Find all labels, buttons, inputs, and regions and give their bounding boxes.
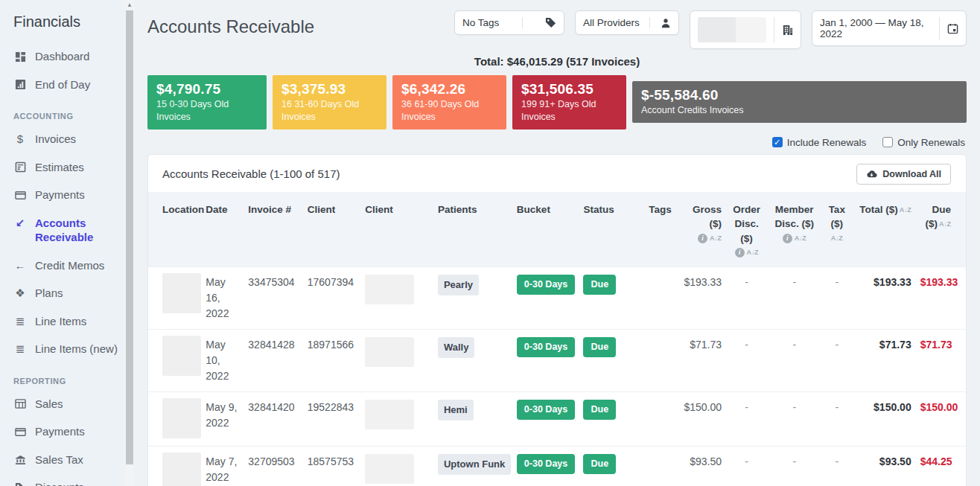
aging-card-91-plus[interactable]: $31,506.35 199 91+ Days Old Invoices — [512, 75, 626, 130]
order-disc-cell: - — [726, 447, 767, 486]
order-disc-cell: - — [726, 267, 767, 330]
sort-az-icon[interactable]: A↓Z — [710, 234, 722, 243]
checkbox-unchecked-icon[interactable] — [882, 137, 893, 147]
patient-pill[interactable]: Uptown Funk — [438, 454, 511, 475]
sidebar-item-label: Dashboard — [35, 49, 89, 64]
scrollbar-thumb[interactable] — [126, 10, 133, 464]
patient-pill[interactable]: Pearly — [438, 275, 479, 295]
aging-summary-cards: $4,790.75 15 0-30 Days Old Invoices $3,3… — [147, 75, 967, 130]
status-badge: Due — [583, 337, 616, 357]
download-all-label: Download All — [882, 169, 941, 179]
table-row[interactable]: May 7, 2022 32709503 18575753 Uptown Fun… — [148, 447, 966, 486]
col-client-name[interactable]: Client — [360, 192, 433, 267]
sort-az-icon[interactable]: A↓Z — [939, 220, 951, 229]
invoice-cell[interactable]: 32841428 — [244, 330, 302, 392]
patient-pill[interactable]: Hemi — [438, 400, 474, 421]
sidebar-item-sales-tax[interactable]: Sales Tax — [12, 446, 125, 474]
include-renewals-checkbox[interactable]: ✓ Include Renewals — [772, 137, 867, 148]
sidebar-item-accounts-receivable[interactable]: ↙ Accounts Receivable — [12, 209, 125, 252]
col-tags[interactable]: Tags — [643, 192, 676, 267]
aging-card-31-60[interactable]: $3,375.93 16 31-60 Days Old Invoices — [273, 75, 386, 130]
sidebar-item-dashboard[interactable]: Dashboard — [12, 42, 125, 71]
scrollbar-up-arrow-icon[interactable]: ▲ — [125, 1, 134, 8]
col-location[interactable]: Location — [148, 192, 201, 267]
info-icon[interactable]: i — [783, 234, 792, 243]
col-date[interactable]: Date — [201, 192, 244, 267]
col-due[interactable]: Due ($)A↓Z — [916, 192, 966, 267]
col-patients[interactable]: Patients — [433, 192, 512, 267]
col-order-disc[interactable]: Order Disc. ($) iA↓Z — [726, 192, 767, 267]
invoice-cell[interactable]: 32709503 — [244, 447, 302, 486]
col-client-id[interactable]: Client — [303, 192, 360, 267]
col-invoice[interactable]: Invoice # — [244, 192, 302, 267]
list-icon: ≣ — [13, 342, 27, 356]
redacted-location-cell — [162, 336, 201, 376]
aging-card-credits[interactable]: $-55,584.60 Account Credits Invoices — [632, 81, 967, 123]
sidebar-item-line-items-new[interactable]: ≣ Line Items (new) — [12, 335, 125, 363]
table-row[interactable]: May 9, 2022 32841420 19522843 Hemi 0-30 … — [148, 392, 966, 447]
only-renewals-checkbox[interactable]: Only Renewals — [882, 137, 965, 148]
date-range-filter[interactable]: Jan 1, 2000 — May 18, 2022 — [812, 10, 967, 46]
info-icon[interactable]: i — [735, 248, 745, 258]
total-summary: Total: $46,015.29 (517 Invoices) — [147, 55, 967, 68]
sort-az-icon[interactable]: A↓Z — [795, 234, 806, 243]
sidebar-item-end-of-day[interactable]: End of Day — [12, 71, 125, 99]
card-label: 36 61-90 Days Old Invoices — [401, 98, 497, 124]
sidebar-section-reporting: REPORTING — [13, 377, 125, 386]
client-id-cell[interactable]: 19522843 — [303, 392, 360, 447]
patient-pill[interactable]: Wally — [438, 337, 474, 358]
sidebar-item-discounts[interactable]: Discounts — [12, 473, 125, 486]
tag-icon — [13, 481, 27, 486]
sidebar-item-payments[interactable]: Payments — [12, 181, 125, 209]
redacted-location-cell — [162, 453, 201, 486]
location-filter[interactable] — [690, 10, 801, 49]
sidebar-item-sales[interactable]: Sales — [12, 390, 125, 418]
col-tax[interactable]: Tax ($) A↓Z — [821, 192, 852, 267]
sidebar-item-payments-report[interactable]: Payments — [12, 418, 125, 446]
invoice-cell[interactable]: 32841420 — [244, 392, 302, 447]
col-bucket[interactable]: Bucket — [512, 192, 579, 267]
table-row[interactable]: May 10, 2022 32841428 18971566 Wally 0-3… — [148, 330, 966, 392]
main-content: Accounts Receivable No Tags All Provider… — [134, 0, 980, 486]
sidebar-item-plans[interactable]: ❖ Plans — [12, 279, 125, 307]
table-header-row: Location Date Invoice # Client Client Pa… — [148, 192, 966, 267]
col-status[interactable]: Status — [579, 192, 643, 267]
col-tax-label: Tax ($) — [829, 204, 845, 230]
gross-cell: $71.73 — [676, 330, 726, 392]
sidebar-item-line-items[interactable]: ≣ Line Items — [12, 307, 125, 336]
gross-cell: $93.50 — [676, 447, 726, 486]
card-amount: $4,790.75 — [156, 81, 258, 97]
providers-filter[interactable]: All Providers — [575, 10, 679, 35]
sidebar-item-credit-memos[interactable]: ← Credit Memos — [12, 252, 125, 280]
col-member-disc[interactable]: Member Disc. ($) iA↓Z — [767, 192, 821, 267]
col-gross[interactable]: Gross ($) iA↓Z — [676, 192, 726, 267]
tags-cell — [643, 447, 676, 486]
sort-az-icon[interactable]: A↓Z — [747, 248, 759, 258]
sidebar-item-estimates[interactable]: Estimates — [12, 153, 125, 182]
date-cell: May 9, 2022 — [201, 392, 244, 447]
sort-az-icon[interactable]: A↓Z — [900, 205, 911, 215]
sort-az-icon[interactable]: A↓Z — [831, 234, 843, 243]
info-icon[interactable]: i — [698, 234, 707, 243]
aging-card-61-90[interactable]: $6,342.26 36 61-90 Days Old Invoices — [392, 75, 506, 130]
client-id-cell[interactable]: 18575753 — [303, 447, 360, 486]
checkbox-checked-icon[interactable]: ✓ — [772, 137, 783, 147]
col-total[interactable]: Total ($)A↓Z — [852, 192, 916, 267]
sidebar-scrollbar[interactable]: ▲ — [125, 0, 134, 486]
sidebar-item-label: Credit Memos — [35, 258, 104, 273]
member-disc-cell: - — [767, 267, 821, 330]
download-all-button[interactable]: Download All — [856, 164, 951, 185]
tags-cell — [643, 267, 676, 330]
table-row[interactable]: May 16, 2022 33475304 17607394 Pearly 0-… — [148, 267, 966, 330]
redacted-client-cell — [365, 454, 414, 484]
tags-filter[interactable]: No Tags — [454, 10, 564, 35]
sidebar-item-invoices[interactable]: $ Invoices — [12, 125, 125, 153]
date-cell: May 10, 2022 — [201, 330, 244, 392]
invoice-cell[interactable]: 33475304 — [244, 267, 302, 330]
client-id-cell[interactable]: 17607394 — [303, 267, 360, 330]
aging-card-0-30[interactable]: $4,790.75 15 0-30 Days Old Invoices — [147, 75, 267, 130]
page-title: Accounts Receivable — [147, 16, 314, 37]
sidebar-item-label: Payments — [35, 188, 85, 202]
due-cell: $193.33 — [916, 267, 966, 330]
client-id-cell[interactable]: 18971566 — [303, 330, 360, 392]
